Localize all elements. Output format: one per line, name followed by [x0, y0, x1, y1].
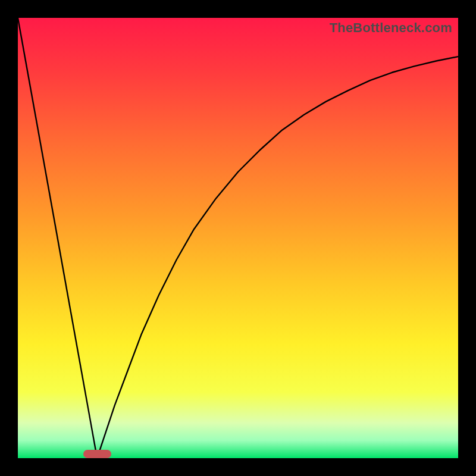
bottleneck-curve [18, 18, 458, 458]
chart-frame: TheBottleneck.com [0, 0, 476, 476]
optimal-marker [83, 450, 111, 458]
plot-area: TheBottleneck.com [18, 18, 458, 458]
